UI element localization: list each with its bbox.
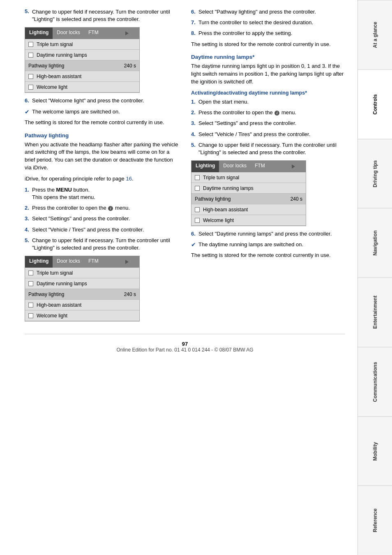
daytime-step-text-5: Change to upper field if necessary. Turn… bbox=[198, 141, 345, 156]
right-stored-note: The setting is stored for the remote con… bbox=[191, 41, 345, 49]
menu-controls-3 bbox=[291, 161, 306, 172]
menu-row-pathway-2: Pathway lighting 240 s bbox=[25, 289, 139, 300]
daytime-step-text-4: Select "Vehicle / Tires" and press the c… bbox=[198, 131, 345, 138]
step-text-6: Select "Welcome light" and press the con… bbox=[32, 97, 179, 104]
menu-tab-ftm-1: FTM bbox=[84, 28, 103, 39]
menu-controls-1 bbox=[125, 28, 139, 39]
right-step-text-6: Select "Pathway lighting" and press the … bbox=[198, 8, 345, 16]
dot-icon-3 bbox=[298, 164, 302, 169]
row-value-pathway-3: 240 s bbox=[291, 196, 302, 202]
right-step-text-6b: Select "Daytime running lamps" and press… bbox=[198, 230, 345, 238]
dot-icon-1 bbox=[132, 31, 136, 35]
right-step8: 8. Press the controller to apply the set… bbox=[191, 30, 345, 37]
checkbox-welcome-3 bbox=[195, 218, 200, 223]
menu-row-pathway-1: Pathway lighting 240 s bbox=[25, 60, 139, 71]
sidebar-tab-communications[interactable]: Communications bbox=[358, 347, 392, 416]
page-link-16[interactable]: 16 bbox=[126, 176, 131, 182]
checkbox-daytime-2 bbox=[28, 281, 33, 286]
daytime-step5: 5. Change to upper field if necessary. T… bbox=[191, 141, 345, 156]
row-text-pathway-2: Pathway lighting bbox=[28, 291, 64, 297]
sidebar-tab-navigation[interactable]: Navigation bbox=[358, 208, 392, 278]
menu-bold: MENU bbox=[56, 187, 72, 193]
menu-tab-lighting-2: Lighting bbox=[25, 256, 53, 268]
left-top-step5: 5. Change to upper field if necessary. T… bbox=[25, 8, 179, 23]
sidebar-tab-at-a-glance[interactable]: At a glance bbox=[358, 0, 392, 69]
menu-header-1: Lighting Door locks FTM bbox=[25, 28, 139, 39]
step-text: Change to upper field if necessary. Turn… bbox=[32, 8, 179, 23]
pathway-step-text-3: Select "Settings" and press the controll… bbox=[32, 215, 179, 222]
row-text-daytime-2: Daytime running lamps bbox=[37, 281, 87, 287]
right-step6b: 6. Select "Daytime running lamps" and pr… bbox=[191, 230, 345, 238]
row-text-highbeam-1: High-beam assistant bbox=[37, 74, 81, 79]
checkmark-daytime: ✔ The daytime running lamps are switched… bbox=[191, 241, 345, 248]
pathway-step-text-4: Select "Vehicle / Tires" and press the c… bbox=[32, 226, 179, 234]
menu-tab-doorlocks-2: Door locks bbox=[53, 256, 84, 268]
row-text-welcome-1: Welcome light bbox=[37, 84, 67, 90]
pathway-body1: When you activate the headlamp flasher a… bbox=[25, 141, 179, 172]
checkmark-welcome: ✔ The welcome lamps are switched on. bbox=[25, 108, 179, 116]
menu-row-daytime-2: Daytime running lamps bbox=[25, 278, 139, 289]
right-step-num-7: 7. bbox=[191, 19, 198, 26]
i-icon-2: i bbox=[274, 111, 279, 116]
row-text-highbeam-2: High-beam assistant bbox=[37, 302, 81, 308]
menu-box-1: Lighting Door locks FTM Triple turn sign… bbox=[25, 27, 140, 93]
pathway-step-num-2: 2. bbox=[25, 204, 32, 212]
daytime-step-num-2: 2. bbox=[191, 109, 198, 116]
play-icon-3 bbox=[292, 164, 295, 169]
row-text-pathway-3: Pathway lighting bbox=[195, 196, 231, 202]
pathway-heading: Pathway lighting bbox=[25, 132, 179, 139]
menu-header-2: Lighting Door locks FTM bbox=[25, 256, 139, 268]
dot-icon-2 bbox=[132, 260, 136, 264]
row-text-welcome-3: Welcome light bbox=[203, 217, 234, 223]
right-step-num-6b: 6. bbox=[191, 230, 198, 238]
sidebar-tab-driving-tips[interactable]: Driving tips bbox=[358, 139, 392, 208]
menu-row-highbeam-2: High-beam assistant bbox=[25, 300, 139, 310]
sidebar-tab-mobility[interactable]: Mobility bbox=[358, 416, 392, 486]
sidebar-tab-entertainment[interactable]: Entertainment bbox=[358, 278, 392, 347]
checkbox-triple-3 bbox=[195, 175, 200, 180]
daytime-step2: 2. Press the controller to open the i me… bbox=[191, 109, 345, 116]
row-value-pathway-1: 240 s bbox=[124, 63, 136, 69]
daytime-step-text-3: Select "Settings" and press the controll… bbox=[198, 120, 345, 127]
menu-controls-2 bbox=[125, 256, 139, 268]
row-text-triple-1: Triple turn signal bbox=[37, 42, 73, 47]
menu-row-highbeam-3: High-beam assistant bbox=[191, 204, 306, 215]
checkbox-triple-1 bbox=[28, 42, 33, 47]
daytime-step-text-1: Open the start menu. bbox=[198, 98, 345, 106]
daytime-step-num-3: 3. bbox=[191, 120, 198, 127]
menu-tab-ftm-3: FTM bbox=[251, 161, 269, 172]
menu-box-2: Lighting Door locks FTM Triple turn sign… bbox=[25, 256, 140, 321]
sidebar-tab-reference[interactable]: Reference bbox=[358, 486, 392, 555]
daytime-step4: 4. Select "Vehicle / Tires" and press th… bbox=[191, 131, 345, 138]
checkmark-text-2: The daytime running lamps are switched o… bbox=[198, 241, 303, 248]
menu-row-triple-2: Triple turn signal bbox=[25, 268, 139, 278]
menu-tab-lighting-3: Lighting bbox=[191, 161, 219, 172]
menu-box-3: Lighting Door locks FTM Triple turn sign… bbox=[191, 160, 306, 226]
menu-row-pathway-3: Pathway lighting 240 s bbox=[191, 194, 306, 204]
right-step-text-7: Turn the controller to select the desire… bbox=[198, 19, 345, 26]
daytime-step-num-4: 4. bbox=[191, 131, 198, 138]
page-footer: 97 Online Edition for Part no. 01 41 0 0… bbox=[25, 334, 345, 356]
copyright-text: Online Edition for Part no. 01 41 0 014 … bbox=[25, 347, 345, 353]
left-step6: 6. Select "Welcome light" and press the … bbox=[25, 97, 179, 104]
sidebar-tab-controls[interactable]: Controls bbox=[358, 69, 392, 139]
row-text-daytime-1: Daytime running lamps bbox=[37, 52, 87, 58]
right-step7: 7. Turn the controller to select the des… bbox=[191, 19, 345, 26]
checkbox-welcome-1 bbox=[28, 85, 33, 90]
row-text-pathway-1: Pathway lighting bbox=[28, 63, 64, 69]
pathway-step-num-3: 3. bbox=[25, 215, 32, 222]
daytime-heading: Daytime running lamps* bbox=[191, 54, 345, 60]
row-text-welcome-2: Welcome light bbox=[37, 313, 67, 319]
pathway-step3: 3. Select "Settings" and press the contr… bbox=[25, 215, 179, 222]
right-step-num-8: 8. bbox=[191, 30, 198, 37]
checkbox-highbeam-3 bbox=[195, 207, 200, 212]
row-text-triple-2: Triple turn signal bbox=[37, 270, 73, 276]
daytime-sub-heading: Activating/deactivating daytime running … bbox=[191, 90, 345, 96]
menu-tab-ftm-2: FTM bbox=[84, 256, 103, 268]
row-text-daytime-3: Daytime running lamps bbox=[203, 185, 254, 191]
daytime-step1: 1. Open the start menu. bbox=[191, 98, 345, 106]
row-text-highbeam-3: High-beam assistant bbox=[203, 207, 248, 213]
pathway-body2: iDrive, for operating principle refer to… bbox=[25, 175, 179, 183]
row-text-triple-3: Triple turn signal bbox=[203, 175, 239, 180]
menu-row-welcome-2: Welcome light bbox=[25, 310, 139, 321]
